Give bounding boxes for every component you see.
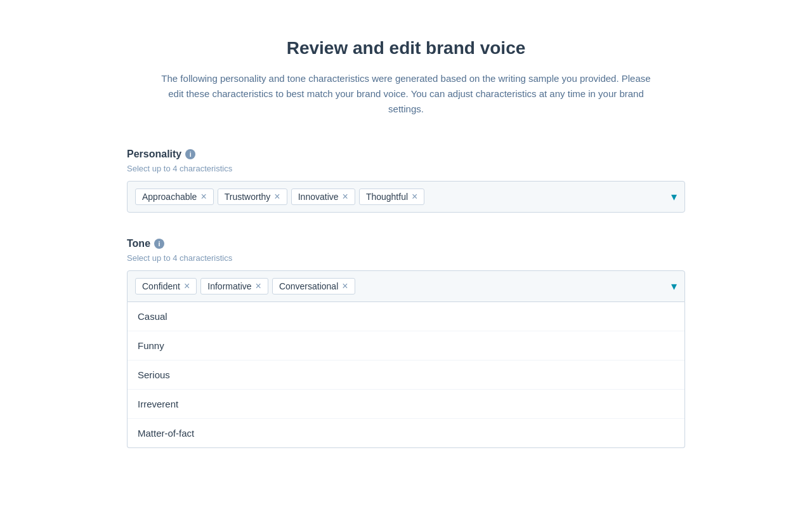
personality-tag-remove-trustworthy[interactable]: × xyxy=(274,192,280,202)
tone-dropdown-item-matter-of-fact[interactable]: Matter-of-fact xyxy=(128,419,684,447)
personality-tag-label-thoughtful: Thoughtful xyxy=(366,192,408,202)
tone-info-icon[interactable]: i xyxy=(154,239,164,249)
personality-header: Personality i xyxy=(127,149,685,160)
personality-tag-approachable: Approachable× xyxy=(135,189,214,205)
tone-tag-label-conversational: Conversational xyxy=(279,281,338,291)
personality-chevron-icon: ▾ xyxy=(671,190,677,204)
page-container: Review and edit brand voice The followin… xyxy=(102,0,710,512)
tone-chevron-icon: ▾ xyxy=(671,279,677,293)
personality-select-box[interactable]: Approachable×Trustworthy×Innovative×Thou… xyxy=(127,181,685,213)
personality-title: Personality xyxy=(127,149,181,160)
personality-tag-remove-thoughtful[interactable]: × xyxy=(412,192,417,202)
personality-tag-label-innovative: Innovative xyxy=(298,192,339,202)
page-description: The following personality and tone chara… xyxy=(159,71,653,117)
personality-tag-innovative: Innovative× xyxy=(291,189,355,205)
tone-select-box[interactable]: Confident×Informative×Conversational× ▾ xyxy=(127,270,685,302)
tone-tag-remove-confident[interactable]: × xyxy=(184,281,190,291)
personality-tag-remove-approachable[interactable]: × xyxy=(200,192,206,202)
tone-tag-label-confident: Confident xyxy=(142,281,180,291)
tone-tag-remove-informative[interactable]: × xyxy=(256,281,261,291)
tone-dropdown-item-irreverent[interactable]: Irreverent xyxy=(128,390,684,419)
personality-info-icon[interactable]: i xyxy=(185,149,195,159)
page-title: Review and edit brand voice xyxy=(127,38,685,58)
tone-title: Tone xyxy=(127,238,150,249)
personality-tag-remove-innovative[interactable]: × xyxy=(343,192,348,202)
tone-tag-remove-conversational[interactable]: × xyxy=(342,281,348,291)
tone-dropdown-item-serious[interactable]: Serious xyxy=(128,361,684,390)
tone-tag-conversational: Conversational× xyxy=(272,278,355,294)
tone-tag-label-informative: Informative xyxy=(207,281,251,291)
tone-dropdown: CasualFunnySeriousIrreverentMatter-of-fa… xyxy=(127,302,685,448)
personality-tag-trustworthy: Trustworthy× xyxy=(218,189,287,205)
tone-dropdown-item-casual[interactable]: Casual xyxy=(128,302,684,331)
tone-tag-informative: Informative× xyxy=(200,278,268,294)
tone-tag-confident: Confident× xyxy=(135,278,197,294)
personality-tags: Approachable×Trustworthy×Innovative×Thou… xyxy=(135,189,666,205)
personality-section: Personality i Select up to 4 characteris… xyxy=(127,149,685,213)
personality-tag-thoughtful: Thoughtful× xyxy=(359,189,425,205)
tone-header: Tone i xyxy=(127,238,685,249)
tone-tags: Confident×Informative×Conversational× xyxy=(135,278,666,294)
personality-tag-label-approachable: Approachable xyxy=(142,192,197,202)
tone-dropdown-item-funny[interactable]: Funny xyxy=(128,331,684,361)
personality-tag-label-trustworthy: Trustworthy xyxy=(225,192,271,202)
tone-section: Tone i Select up to 4 characteristics Co… xyxy=(127,238,685,448)
personality-subtitle: Select up to 4 characteristics xyxy=(127,164,685,173)
tone-subtitle: Select up to 4 characteristics xyxy=(127,253,685,263)
